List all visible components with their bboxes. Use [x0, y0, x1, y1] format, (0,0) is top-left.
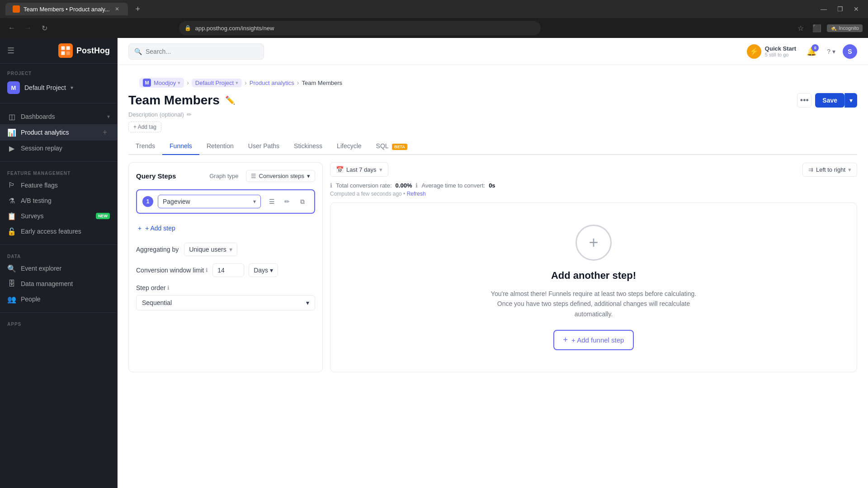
breadcrumb-section[interactable]: Product analytics [250, 80, 294, 86]
breadcrumb-default-project[interactable]: Default Project ▾ [192, 79, 242, 87]
incognito-badge: 🕵 Incognito [827, 24, 863, 32]
breadcrumb-project[interactable]: M Moodjoy ▾ [139, 78, 184, 88]
tab-retention[interactable]: Retention [199, 138, 241, 155]
quick-start-btn[interactable]: ⚡ Quick Start 5 still to go [747, 44, 796, 59]
conv-days-select[interactable]: Days ▾ [249, 263, 278, 277]
more-options-btn[interactable]: ••• [797, 93, 811, 108]
surveys-new-badge: NEW [96, 213, 110, 219]
win-restore-btn[interactable]: ❐ [834, 3, 846, 15]
breadcrumb-sep-3: › [297, 79, 299, 86]
avg-time-value: 0s [489, 182, 495, 189]
user-avatar[interactable]: S [843, 44, 857, 59]
browser-tab[interactable]: Team Members • Product analy... ✕ [5, 3, 128, 15]
forward-btn[interactable]: → [22, 22, 34, 34]
aggregating-select[interactable]: Unique users ▾ [184, 243, 237, 256]
address-right: ☆ ⬛ 🕵 Incognito [794, 22, 863, 34]
bookmark-btn[interactable]: ☆ [794, 22, 807, 34]
sidebar-item-product-analytics[interactable]: 📊 Product analytics + [0, 124, 117, 141]
breadcrumb: M Moodjoy ▾ › Default Project ▾ › Produc… [128, 72, 857, 88]
step-filter-btn[interactable]: ☰ [265, 195, 278, 208]
add-step-btn[interactable]: + + Add step [136, 221, 315, 235]
url-text: app.posthog.com/insights/new [195, 25, 274, 32]
notifications-btn[interactable]: 🔔 0 [803, 43, 820, 60]
notification-badge: 0 [811, 44, 819, 52]
sidebar-item-feature-flags[interactable]: 🏳 Feature flags [0, 178, 117, 193]
avg-time-label: Average time to convert: [421, 182, 485, 189]
add-funnel-step-btn[interactable]: + + Add funnel step [553, 330, 634, 350]
reload-btn[interactable]: ↻ [38, 22, 51, 34]
address-bar: ← → ↻ 🔒 app.posthog.com/insights/new ☆ ⬛… [0, 18, 868, 38]
back-btn[interactable]: ← [5, 22, 18, 34]
sidebar-item-surveys[interactable]: 📋 Surveys NEW [0, 208, 117, 224]
quick-start-sub: 5 still to go [765, 52, 796, 57]
main-content: 🔍 ⚡ Quick Start 5 still to go 🔔 0 ? [118, 38, 868, 488]
step-copy-btn[interactable]: ⧉ [296, 195, 309, 208]
sidebar-item-people[interactable]: 👥 People [0, 291, 117, 307]
breadcrumb-current: Team Members [302, 80, 342, 86]
project-section-label: PROJECT [0, 67, 117, 78]
info-icon: ℹ [330, 182, 332, 189]
step-value: Pageview [163, 198, 253, 205]
date-range-filter[interactable]: 📅 Last 7 days ▾ [330, 162, 388, 177]
product-analytics-icon: 📊 [7, 128, 16, 137]
tab-lifecycle[interactable]: Lifecycle [330, 138, 368, 155]
step-dropdown-icon: ▾ [253, 198, 256, 205]
tab-trends[interactable]: Trends [128, 138, 162, 155]
empty-title: Add another step! [551, 270, 636, 282]
feature-management-label: FEATURE MANAGEMENT [0, 167, 117, 178]
win-close-btn[interactable]: ✕ [850, 3, 863, 15]
search-input[interactable] [146, 48, 258, 55]
tab-sql[interactable]: SQL BETA [369, 138, 415, 155]
product-analytics-add-icon[interactable]: + [100, 127, 110, 137]
url-bar[interactable]: 🔒 app.posthog.com/insights/new [179, 21, 541, 35]
ab-testing-icon: ⚗ [7, 196, 16, 205]
step-order-select[interactable]: Sequential ▾ [136, 295, 315, 310]
help-chevron-icon: ▾ [832, 48, 835, 55]
quick-start-label: Quick Start [765, 45, 796, 52]
breadcrumb-chevron-icon: ▾ [178, 80, 180, 86]
breadcrumb-project-name: Moodjoy [154, 80, 176, 86]
breadcrumb-sep-2: › [245, 79, 247, 86]
step-edit-btn[interactable]: ✏ [281, 195, 293, 208]
help-btn[interactable]: ? ▾ [827, 48, 835, 55]
tab-close-btn[interactable]: ✕ [113, 5, 121, 13]
sql-beta-badge: BETA [392, 144, 407, 150]
cast-btn[interactable]: ⬛ [811, 22, 823, 34]
direction-filter[interactable]: ⇉ Left to right ▾ [802, 163, 857, 177]
save-button[interactable]: trends Save [815, 93, 844, 108]
save-dropdown-btn[interactable]: ▾ [844, 93, 857, 108]
graph-type-select[interactable]: ☰ Conversion steps ▾ [246, 170, 315, 182]
sidebar-item-dashboards[interactable]: ◫ Dashboards ▾ [0, 109, 117, 124]
query-panel: Query Steps Graph type ☰ Conversion step… [128, 162, 323, 372]
dashboards-expand-icon: ▾ [107, 113, 110, 120]
topbar-right: ⚡ Quick Start 5 still to go 🔔 0 ? ▾ S [747, 43, 857, 60]
step-order-row: Step order ℹ Sequential ▾ [136, 284, 315, 310]
graph-type-label: Graph type [209, 173, 238, 179]
empty-plus-circle: + [576, 225, 612, 261]
hamburger-btn[interactable]: ☰ [7, 46, 14, 56]
win-minimize-btn[interactable]: — [817, 3, 830, 15]
sidebar-item-early-access[interactable]: 🔓 Early access features [0, 224, 117, 239]
sidebar-item-event-explorer[interactable]: 🔍 Event explorer [0, 261, 117, 276]
search-icon: 🔍 [134, 48, 142, 55]
sidebar-item-session-replay[interactable]: ▶ Session replay [0, 141, 117, 156]
date-range-chevron-icon: ▾ [379, 166, 382, 173]
new-tab-btn[interactable]: + [132, 3, 144, 15]
search-box[interactable]: 🔍 [128, 43, 264, 60]
edit-title-btn[interactable]: ✏️ [225, 95, 235, 105]
two-col-layout: Query Steps Graph type ☰ Conversion step… [128, 162, 857, 372]
insight-tabs: Trends Funnels Retention User Paths Stic… [128, 138, 857, 155]
project-selector[interactable]: M Default Project ▾ [0, 78, 117, 98]
ab-testing-label: A/B testing [21, 197, 110, 204]
step-select-container[interactable]: Pageview ▾ [158, 195, 261, 208]
description-field[interactable]: Description (optional) ✏ [128, 111, 857, 118]
session-replay-icon: ▶ [7, 144, 16, 153]
tab-funnels[interactable]: Funnels [162, 138, 199, 155]
refresh-link[interactable]: Refresh [407, 191, 426, 197]
sidebar-item-data-management[interactable]: 🗄 Data management [0, 276, 117, 291]
tab-user-paths[interactable]: User Paths [241, 138, 287, 155]
add-tag-btn[interactable]: + Add tag [128, 122, 161, 132]
sidebar-item-ab-testing[interactable]: ⚗ A/B testing [0, 193, 117, 208]
conv-window-input[interactable] [212, 263, 244, 277]
tab-stickiness[interactable]: Stickiness [287, 138, 330, 155]
